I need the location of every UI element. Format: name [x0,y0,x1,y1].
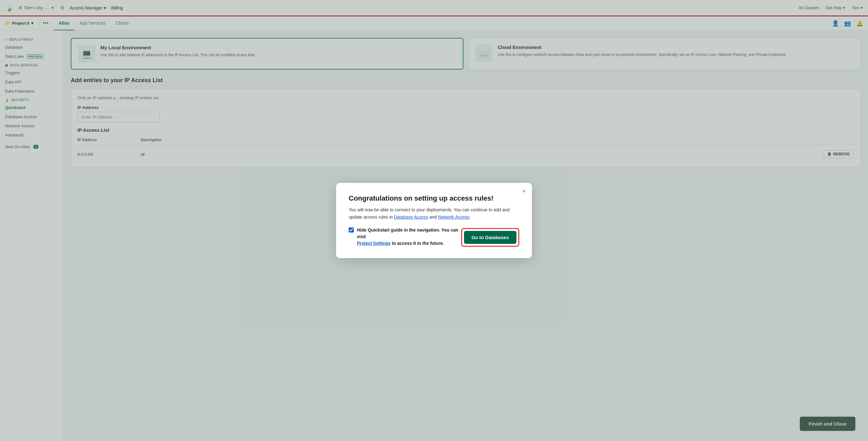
congratulations-modal: × Congratulations on setting up access r… [336,183,532,258]
hide-quickstart-checkbox[interactable] [349,227,354,232]
modal-actions: Hide Quickstart guide in the navigation.… [349,227,519,248]
modal-close-button[interactable]: × [522,188,526,195]
project-settings-link[interactable]: Project Settings [357,241,391,246]
go-to-databases-button[interactable]: Go to Databases [464,231,517,244]
hide-quickstart-label: Hide Quickstart guide in the navigation.… [357,227,461,247]
modal-title: Congratulations on setting up access rul… [349,194,519,202]
hide-quickstart-checkbox-row: Hide Quickstart guide in the navigation.… [349,227,461,247]
network-access-link[interactable]: Network Access [438,215,470,220]
database-access-link[interactable]: Database Access [394,215,428,220]
modal-description: You will now be able to connect to your … [349,206,519,220]
go-to-databases-highlight: Go to Databases [461,228,519,247]
modal-overlay: × Congratulations on setting up access r… [0,0,868,441]
